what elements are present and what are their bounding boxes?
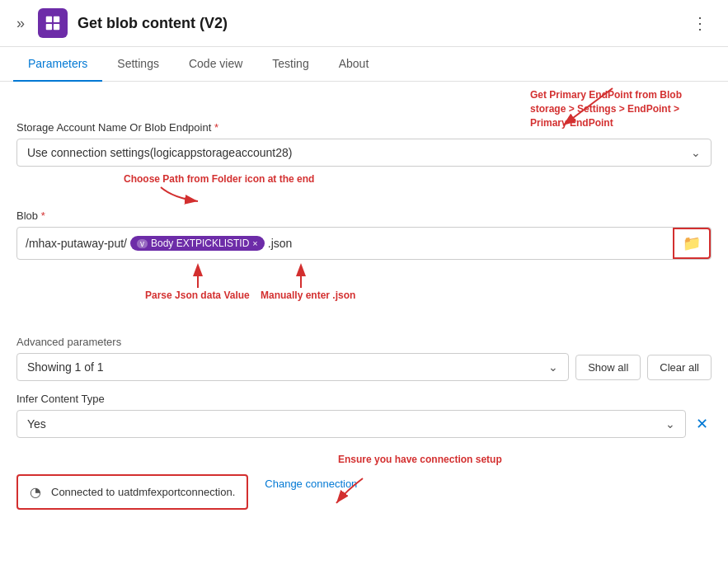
app-icon: [38, 8, 68, 38]
main-content: Get Primary EndPoint from Blob storage >…: [0, 82, 728, 523]
infer-content-type-section: Infer Content Type Yes ⌄ ✕: [16, 393, 712, 438]
blob-annotations: Parse Json data Value Manually enter .js…: [16, 263, 712, 321]
parse-json-note: Parse Json data Value: [145, 290, 250, 303]
blob-prefix-text: /mhax-putaway-put/: [26, 237, 127, 250]
storage-chevron-icon: ⌄: [691, 146, 701, 159]
advanced-params-label: Advanced parameters: [16, 336, 712, 348]
blob-path-note: Choose Path from Folder icon at the end: [124, 173, 314, 186]
tab-about[interactable]: About: [324, 47, 384, 82]
infer-dropdown[interactable]: Yes ⌄: [16, 410, 686, 438]
blob-field-section: Blob * /mhax-putaway-put/ v Body EXTPICK…: [16, 209, 712, 321]
connection-text: Connected to uatdmfexportconnection.: [51, 486, 235, 498]
connection-note: Ensure you have connection setup: [338, 454, 502, 467]
arrow-parse-json: [181, 263, 231, 292]
blob-path-note-area: Choose Path from Folder icon at the end: [16, 173, 712, 198]
blob-field-wrapper: /mhax-putaway-put/ v Body EXTPICKLISTID …: [16, 227, 712, 260]
svg-rect-0: [46, 16, 52, 22]
blob-suffix-text: .json: [268, 237, 293, 250]
storage-value: Use connection settings(logicappstoragea…: [27, 146, 292, 159]
svg-rect-1: [54, 16, 59, 22]
blob-tag-text: Body EXTPICKLISTID: [151, 238, 249, 249]
storage-dropdown[interactable]: Use connection settings(logicappstoragea…: [16, 139, 712, 167]
folder-browse-button[interactable]: 📁: [673, 228, 711, 259]
blob-tag-close[interactable]: ×: [252, 238, 257, 248]
tab-testing[interactable]: Testing: [257, 47, 323, 82]
arrow-to-folder-note: [157, 183, 206, 208]
connection-status-box: ◔ Connected to uatdmfexportconnection.: [16, 474, 248, 510]
arrow-connection: [330, 474, 379, 507]
top-bar: » Get blob content (V2) ⋮: [0, 0, 728, 47]
advanced-params-dropdown[interactable]: Showing 1 of 1 ⌄: [16, 353, 569, 381]
arrow-manually-json: [284, 263, 334, 292]
storage-label: Storage Account Name Or Blob Endpoint *: [16, 121, 712, 134]
tab-parameters[interactable]: Parameters: [13, 47, 102, 82]
top-bar-left: » Get blob content (V2): [13, 8, 228, 38]
page-title: Get blob content (V2): [77, 15, 228, 32]
infer-chevron-icon: ⌄: [665, 417, 675, 431]
svg-rect-3: [54, 24, 59, 30]
infer-value: Yes: [27, 417, 46, 431]
show-all-button[interactable]: Show all: [575, 355, 641, 380]
blob-input[interactable]: /mhax-putaway-put/ v Body EXTPICKLISTID …: [17, 228, 673, 259]
infer-delete-button[interactable]: ✕: [693, 412, 712, 436]
connection-icon: ◔: [30, 484, 41, 500]
storage-required: *: [214, 121, 218, 134]
blob-label: Blob *: [16, 209, 712, 222]
svg-rect-2: [46, 24, 52, 30]
advanced-params-row: Showing 1 of 1 ⌄ Show all Clear all: [16, 353, 712, 381]
blob-dynamic-tag[interactable]: v Body EXTPICKLISTID ×: [130, 236, 265, 251]
blob-required: *: [41, 209, 45, 222]
connection-area: Ensure you have connection setup ◔ Conne…: [16, 458, 712, 510]
manually-json-note: Manually enter .json: [261, 290, 355, 303]
advanced-params-value: Showing 1 of 1: [27, 360, 104, 374]
nav-tabs: Parameters Settings Code view Testing Ab…: [0, 47, 728, 82]
tab-settings[interactable]: Settings: [102, 47, 174, 82]
advanced-params-section: Advanced parameters Showing 1 of 1 ⌄ Sho…: [16, 336, 712, 381]
advanced-chevron-icon: ⌄: [548, 360, 558, 374]
clear-all-button[interactable]: Clear all: [647, 355, 712, 380]
tab-code-view[interactable]: Code view: [174, 47, 257, 82]
infer-row: Yes ⌄ ✕: [16, 410, 712, 438]
blob-svg-icon: [44, 14, 62, 32]
storage-field-section: Storage Account Name Or Blob Endpoint * …: [16, 121, 712, 167]
chevron-left-icon[interactable]: »: [13, 12, 28, 35]
folder-icon: 📁: [683, 234, 701, 252]
infer-label: Infer Content Type: [16, 393, 712, 405]
more-options-button[interactable]: ⋮: [685, 10, 715, 36]
v-badge: v: [137, 239, 148, 248]
